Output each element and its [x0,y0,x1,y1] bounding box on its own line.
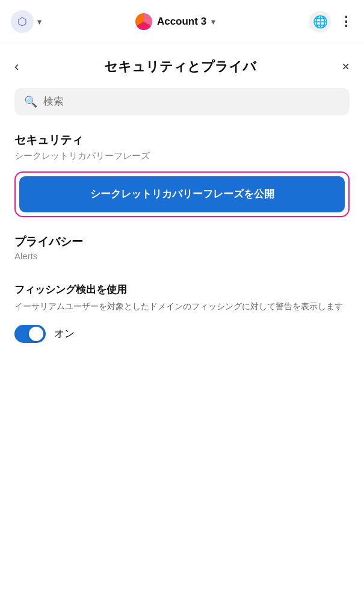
account-name-label: Account 3 [157,16,206,28]
search-icon: 🔍 [24,95,37,108]
toggle-knob [29,327,43,341]
close-button[interactable]: × [342,59,350,75]
toggle-on-label: オン [54,327,75,340]
globe-icon: 🌐 [313,14,328,29]
page-title: セキュリティとプライバ [19,58,342,76]
header-left: ⬡ ▾ [11,10,42,33]
phishing-detection-row: フィッシング検出を使用 イーサリアムユーザーを対象としたドメインのフィッシングに… [14,273,350,353]
page-content: ‹ セキュリティとプライバ × 🔍 セキュリティ シークレットリカバリーフレーズ… [0,43,364,353]
eth-network-button[interactable]: ⬡ [11,10,34,33]
globe-button[interactable]: 🌐 [309,11,331,32]
header-bar: ⬡ ▾ Account 3 ▾ 🌐 ⋮ [0,0,364,43]
eth-icon: ⬡ [17,15,27,28]
more-options-button[interactable]: ⋮ [339,14,353,29]
phishing-title: フィッシング検出を使用 [14,283,350,297]
account-selector[interactable]: Account 3 ▾ [135,13,215,30]
security-section-title: セキュリティ [14,132,350,148]
secret-recovery-subtitle: シークレットリカバリーフレーズ [14,150,350,162]
network-chevron-icon: ▾ [37,17,42,26]
header-right: 🌐 ⋮ [309,11,353,32]
search-bar: 🔍 [14,88,350,116]
privacy-section-title: プライバシー [14,234,350,250]
phishing-toggle-row: オン [14,325,350,343]
reveal-button-highlight: シークレットリカバリーフレーズを公開 [14,171,350,217]
account-chevron-icon: ▾ [211,17,215,26]
back-button[interactable]: ‹ [14,59,19,75]
page-title-row: ‹ セキュリティとプライバ × [14,43,350,88]
phishing-toggle[interactable] [14,325,46,343]
account-avatar [135,13,152,30]
search-input[interactable] [43,96,340,108]
reveal-secret-recovery-phrase-button[interactable]: シークレットリカバリーフレーズを公開 [19,176,345,212]
alerts-label: Alerts [14,251,350,261]
phishing-description: イーサリアムユーザーを対象としたドメインのフィッシングに対して警告を表示します [14,300,350,313]
